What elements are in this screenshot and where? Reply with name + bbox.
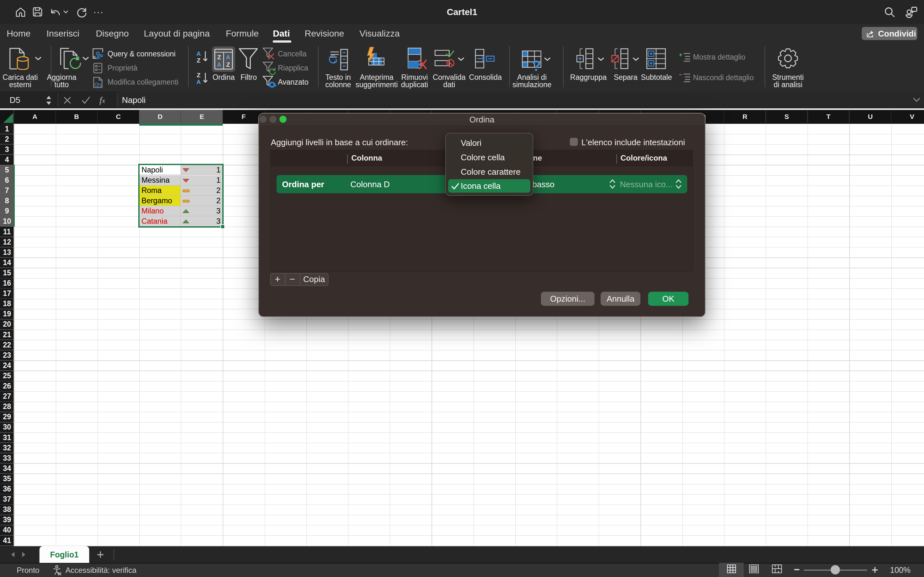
svg-text:A: A [196,79,201,85]
svg-text:Z: Z [197,57,200,63]
svg-text:Z: Z [217,54,221,61]
svg-text:Z: Z [226,61,230,68]
svg-text:Z: Z [197,72,200,79]
svg-text:A: A [217,61,221,68]
svg-text:A: A [196,51,201,57]
svg-text:A: A [226,54,230,61]
